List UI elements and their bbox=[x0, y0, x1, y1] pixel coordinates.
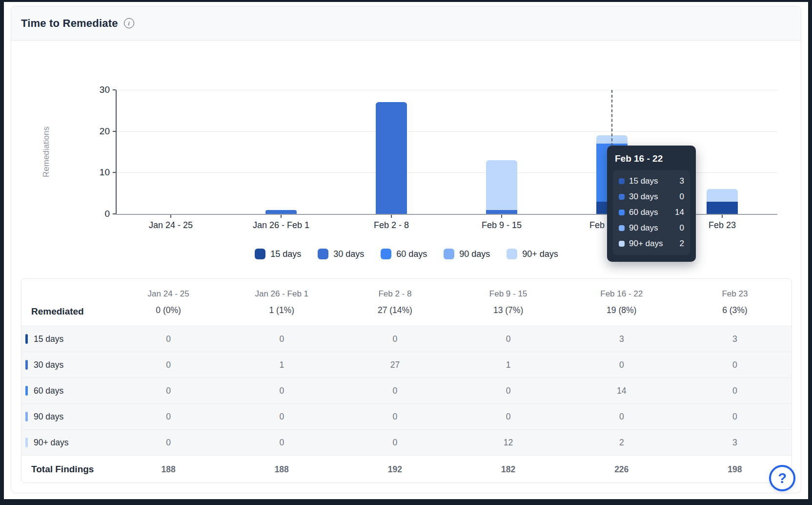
tooltip-swatch-icon bbox=[619, 241, 625, 247]
legend-swatch-icon bbox=[381, 249, 391, 259]
table-cell: 0 bbox=[452, 378, 565, 403]
row-label: 90+ days bbox=[34, 438, 69, 448]
table-cell: 0 bbox=[338, 326, 451, 352]
time-to-remediate-card: Time to Remediate i Feb 16 - 22 15 days3… bbox=[11, 6, 801, 493]
tooltip-series-label: 90 days bbox=[629, 223, 675, 233]
tooltip-title: Feb 16 - 22 bbox=[607, 146, 696, 170]
x-tick bbox=[281, 215, 282, 218]
table-cell: 0 bbox=[225, 404, 338, 429]
x-tick bbox=[391, 215, 392, 218]
table-cell: 14 bbox=[565, 378, 678, 403]
y-tick-label: 20 bbox=[90, 126, 110, 137]
table-column-header: Jan 24 - 250 (0%) bbox=[112, 279, 225, 326]
legend-label: 90+ days bbox=[522, 249, 558, 259]
bar-segment-15days[interactable] bbox=[707, 202, 738, 214]
table-cell: 0 bbox=[225, 430, 338, 455]
gridline-20 bbox=[116, 131, 777, 132]
tooltip-series-label: 90+ days bbox=[629, 239, 675, 249]
column-remediated-value: 6 (3%) bbox=[722, 305, 748, 316]
table-cell: 3 bbox=[678, 326, 792, 352]
column-remediated-value: 27 (14%) bbox=[378, 305, 412, 316]
table-row: 15 days000033 bbox=[21, 326, 792, 352]
remediation-table: RemediatedJan 24 - 250 (0%)Jan 26 - Feb … bbox=[21, 278, 792, 483]
tooltip-swatch-icon bbox=[619, 225, 625, 231]
table-cell: 0 bbox=[338, 378, 451, 403]
row-label: 30 days bbox=[34, 360, 63, 370]
page-title: Time to Remediate bbox=[21, 17, 118, 30]
y-tick-label: 0 bbox=[90, 209, 110, 219]
legend-swatch-icon bbox=[507, 249, 517, 259]
tooltip-series-label: 15 days bbox=[629, 176, 675, 186]
legend-item-30days[interactable]: 30 days bbox=[318, 249, 364, 259]
help-button[interactable]: ? bbox=[769, 465, 795, 491]
y-tick-label: 30 bbox=[90, 84, 110, 95]
bar-segment-90days[interactable] bbox=[486, 160, 517, 210]
tooltip-row: 30 days0 bbox=[619, 191, 684, 202]
info-icon[interactable]: i bbox=[124, 18, 134, 28]
row-label-cell: 90+ days bbox=[21, 430, 112, 455]
row-label-cell: 60 days bbox=[21, 378, 112, 403]
table-cell: 2 bbox=[565, 430, 678, 455]
table-cell: 0 bbox=[678, 352, 792, 378]
x-tick-label: Jan 26 - Feb 1 bbox=[237, 220, 325, 231]
table-cell: 0 bbox=[112, 404, 225, 429]
legend-item-90days[interactable]: 90+ days bbox=[507, 249, 558, 259]
table-cell: 0 bbox=[452, 326, 565, 352]
column-remediated-value: 19 (8%) bbox=[607, 305, 636, 316]
app-viewport: Time to Remediate i Feb 16 - 22 15 days3… bbox=[0, 0, 812, 505]
series-color-pill bbox=[25, 386, 28, 396]
table-column-header: Feb 2 - 827 (14%) bbox=[338, 279, 451, 326]
table-cell: 0 bbox=[452, 404, 565, 429]
tooltip-panel: 15 days330 days060 days1490 days090+ day… bbox=[613, 170, 690, 255]
table-row: 90+ days0001223 bbox=[21, 429, 792, 455]
column-date-label: Feb 9 - 15 bbox=[489, 289, 528, 301]
column-remediated-value: 13 (7%) bbox=[493, 305, 523, 316]
table-cell: 0 bbox=[338, 430, 451, 455]
legend-label: 90 days bbox=[459, 249, 490, 259]
table-cell: 0 bbox=[112, 352, 225, 378]
tooltip-row: 60 days14 bbox=[619, 207, 684, 218]
gridline-30 bbox=[116, 90, 777, 90]
tooltip-row: 90 days0 bbox=[619, 223, 684, 233]
table-corner-label: Remediated bbox=[21, 279, 112, 326]
table-cell: 0 bbox=[112, 326, 225, 352]
table-cell: 0 bbox=[112, 378, 225, 403]
bar-segment-30days[interactable] bbox=[376, 102, 407, 214]
column-date-label: Jan 24 - 25 bbox=[148, 289, 189, 301]
tooltip-series-label: 30 days bbox=[629, 192, 675, 202]
legend-item-90days[interactable]: 90 days bbox=[444, 249, 490, 259]
legend-swatch-icon bbox=[255, 249, 265, 259]
bar-segment-30days[interactable] bbox=[265, 210, 297, 214]
series-color-pill bbox=[25, 360, 28, 370]
tooltip-series-value: 3 bbox=[680, 176, 684, 186]
x-tick-label: Feb 2 - 8 bbox=[347, 220, 435, 231]
tooltip-row: 15 days3 bbox=[619, 176, 684, 187]
bar-segment-30days[interactable] bbox=[486, 210, 517, 214]
x-tick-label: Feb 9 - 15 bbox=[458, 220, 546, 231]
total-cell: 192 bbox=[338, 456, 451, 483]
total-cell: 182 bbox=[452, 456, 565, 483]
legend-label: 60 days bbox=[396, 249, 427, 259]
legend-item-60days[interactable]: 60 days bbox=[381, 249, 427, 259]
row-label-cell: 30 days bbox=[21, 352, 112, 378]
tooltip-row: 90+ days2 bbox=[619, 238, 684, 249]
column-remediated-value: 0 (0%) bbox=[156, 305, 181, 316]
column-remediated-value: 1 (1%) bbox=[269, 305, 294, 316]
row-label-cell: 15 days bbox=[21, 326, 112, 352]
bar-segment-90days[interactable] bbox=[707, 189, 738, 201]
row-label-cell: 90 days bbox=[21, 404, 112, 429]
table-column-header: Feb 16 - 2219 (8%) bbox=[565, 279, 678, 326]
column-date-label: Feb 16 - 22 bbox=[600, 289, 643, 301]
table-column-header: Jan 26 - Feb 11 (1%) bbox=[225, 279, 338, 326]
total-cell: 226 bbox=[565, 456, 678, 483]
y-axis-title: Remediations bbox=[41, 126, 51, 177]
card-header: Time to Remediate i bbox=[11, 6, 801, 41]
series-color-pill bbox=[25, 334, 28, 344]
total-cell: 188 bbox=[225, 456, 338, 483]
column-date-label: Feb 23 bbox=[722, 289, 748, 301]
column-date-label: Jan 26 - Feb 1 bbox=[255, 289, 308, 301]
x-tick bbox=[722, 215, 723, 218]
row-label: 15 days bbox=[34, 334, 63, 344]
legend-item-15days[interactable]: 15 days bbox=[255, 249, 301, 259]
legend-swatch-icon bbox=[444, 249, 454, 259]
